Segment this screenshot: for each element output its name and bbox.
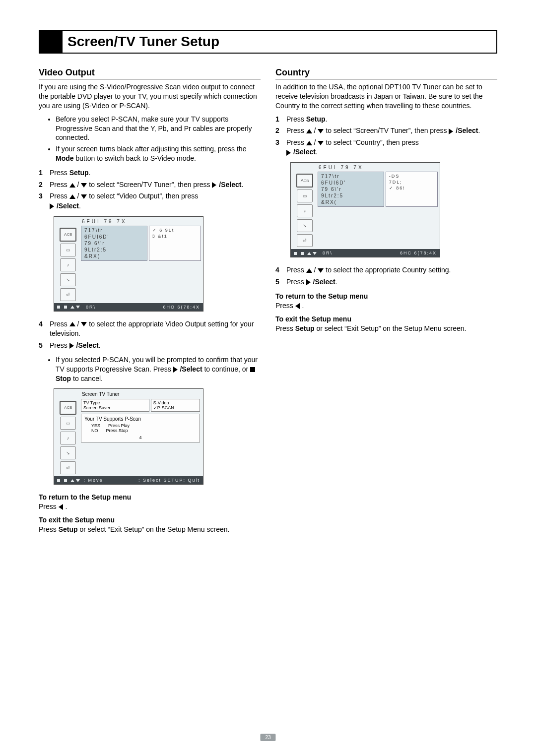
down-icon — [81, 322, 87, 326]
osd-tab-icon: ▭ — [60, 244, 76, 256]
play-icon — [286, 150, 291, 156]
osd-tab-icon: ▭ — [60, 417, 76, 430]
play-icon — [306, 279, 311, 285]
osd-menu-video-output: 6FUI 79 7X ACB ▭ ♪ ↘ ⏎ 717\tr 6FUI6D' — [54, 216, 203, 312]
osd-tab-icon: ACB — [296, 174, 313, 188]
bullet: If your screen turns black after adjusti… — [56, 144, 261, 163]
page-number: 23 — [260, 734, 275, 741]
step: Press / to select “Video Output”, then p… — [50, 191, 261, 211]
osd-footer: 0R\ 6HO 6(78:4X — [54, 303, 203, 311]
play-icon — [449, 128, 453, 134]
step: Press / to select “Screen/TV Tuner”, the… — [286, 126, 497, 136]
osd-title: 6FUI 79 7X — [291, 163, 440, 172]
play-icon — [212, 182, 216, 188]
osd-tab-icon: ↘ — [60, 446, 76, 459]
play-icon — [69, 343, 74, 349]
step: Press / to select “Country”, then press … — [286, 138, 497, 157]
play-icon — [173, 367, 178, 373]
osd-left-list: 717\tr 6FUI6D' 79 6\'r 9Ltr2:5 &RX( — [81, 226, 147, 261]
down-icon — [318, 268, 324, 273]
bullet: If you selected P-SCAN, you will be prom… — [56, 355, 261, 383]
right-column: Country In addition to the USA, the opti… — [275, 67, 497, 538]
left-icon — [59, 504, 63, 510]
osd-tab-icon: ⏎ — [297, 234, 313, 247]
country-intro: In addition to the USA, the optional DPT… — [275, 82, 497, 111]
bullet: Before you select P-SCAN, make sure your… — [56, 115, 261, 143]
video-output-bullets: Before you select P-SCAN, make sure your… — [39, 115, 261, 163]
osd-tab-icon: ACB — [60, 228, 76, 242]
stop-icon — [250, 367, 255, 372]
exit-heading: To exit the Setup menu Press Setup or se… — [39, 515, 261, 534]
manual-page: Screen/TV Tuner Setup Video Output If yo… — [0, 0, 536, 756]
pscan-confirm-bullet: If you selected P-SCAN, you will be prom… — [39, 355, 261, 383]
step: Press Setup. — [50, 168, 261, 178]
osd-tab-icon: ↘ — [60, 273, 76, 286]
osd-tab-icon: ACB — [60, 401, 76, 415]
osd-menu-country: 6FUI 79 7X ACB ▭ ♪ ↘ ⏎ 717\tr 6FUI6D' — [290, 162, 440, 257]
left-icon — [295, 303, 300, 309]
play-icon — [50, 203, 54, 209]
step: Press /Select. — [286, 277, 497, 287]
osd-footer: 0R\ 6HC 6(78:4X — [291, 249, 440, 257]
video-output-steps-cont: 4Press / to select the appropriate Video… — [39, 319, 261, 351]
up-icon — [306, 141, 312, 145]
down-icon — [81, 183, 87, 188]
osd-left-list: 717\tr 6FUI6D' 79 6\'r 9Ltr2:5 &RX( — [318, 172, 384, 207]
up-icon — [306, 268, 312, 273]
step: Press /Select. — [50, 341, 261, 351]
step: Press Setup. — [286, 115, 497, 125]
osd-tab-icon: ♪ — [60, 432, 76, 444]
osd-tab-icon: ↘ — [297, 219, 313, 232]
video-output-steps: 1Press Setup. 2Press / to select “Screen… — [39, 168, 261, 211]
page-title-box: Screen/TV Tuner Setup — [39, 30, 497, 54]
osd-tab-icon: ♪ — [297, 204, 313, 217]
down-icon — [318, 129, 324, 133]
osd-tab-icon: ⏎ — [60, 461, 76, 474]
osd-footer: : Move : Select SETUP: Quit — [54, 476, 203, 484]
step: Press / to select the appropriate Video … — [50, 319, 261, 339]
country-heading: Country — [275, 67, 497, 79]
down-icon — [81, 194, 87, 199]
osd-title: 6FUI 79 7X — [54, 217, 203, 226]
up-icon — [69, 194, 75, 199]
step: Press / to select the appropriate Countr… — [286, 265, 497, 275]
up-icon — [69, 183, 75, 188]
osd-tab-icon: ⏎ — [60, 288, 76, 301]
video-output-intro: If you are using the S-Video/Progressive… — [39, 82, 261, 111]
osd-menu-pscan-confirm: Screen TV Tuner ACB ▭ ♪ ↘ ⏎ TV Type Sc — [54, 388, 203, 485]
country-steps: 1Press Setup. 2Press / to select “Screen… — [275, 115, 497, 157]
up-icon — [306, 129, 312, 133]
title-black-tab — [40, 31, 63, 53]
osd-tab-icon: ▭ — [297, 189, 313, 202]
return-heading: To return to the Setup menu Press . — [275, 292, 497, 311]
video-output-heading: Video Output — [39, 67, 261, 79]
down-icon — [318, 141, 324, 145]
osd-title: Screen TV Tuner — [54, 389, 203, 399]
osd-tab-icon: ♪ — [60, 258, 76, 271]
osd-left-list: TV Type Screen Saver — [81, 399, 149, 412]
osd-right-list: -DS 7DL; ✓ 86! — [386, 172, 438, 207]
page-title: Screen/TV Tuner Setup — [63, 31, 224, 53]
return-heading: To return to the Setup menu Press . — [39, 493, 261, 511]
osd-right-list: S-Video ✓P-SCAN — [151, 399, 200, 412]
osd-confirm-dialog: Your TV Supports P-Scan YESPress Play NO… — [81, 414, 200, 442]
up-icon — [69, 322, 75, 326]
left-column: Video Output If you are using the S-Vide… — [39, 67, 261, 538]
osd-right-list: ✓ 6 9Lt 3 &t1 — [149, 226, 201, 261]
country-steps-cont: 4Press / to select the appropriate Count… — [275, 265, 497, 287]
exit-heading: To exit the Setup menu Press Setup or se… — [275, 315, 497, 333]
step: Press / to select “Screen/TV Tuner”, the… — [50, 180, 261, 190]
